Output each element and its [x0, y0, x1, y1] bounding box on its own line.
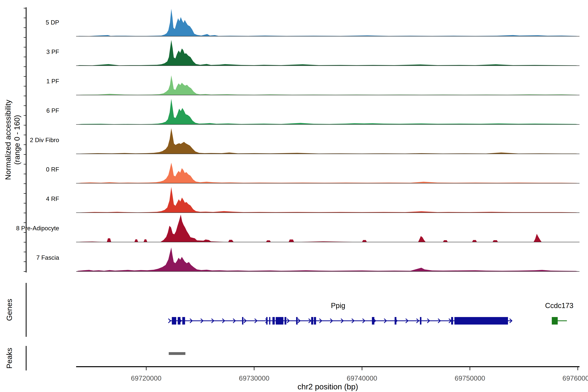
- gene-exon: [451, 317, 453, 324]
- x-tick-69760000: 69760000: [545, 374, 588, 382]
- track-area-8-pre-adipocyte: [76, 214, 580, 242]
- coverage-tracks: [76, 9, 580, 272]
- peak-interval-bar: [169, 352, 186, 355]
- gene-exon: [314, 317, 316, 324]
- gene-exon: [172, 317, 176, 324]
- x-tick-69740000: 69740000: [329, 374, 394, 382]
- gene-label-ppig: Ppig: [306, 302, 371, 310]
- y-axis-title-line1: Normalized accessibility: [4, 26, 12, 254]
- track-area-1-pf: [76, 75, 580, 95]
- gene-exon: [311, 317, 313, 324]
- gene-exon: [266, 317, 268, 324]
- gene-exon: [296, 317, 298, 324]
- track-label-7fascia: 7 Fascia: [0, 254, 59, 262]
- track-area-7-fascia: [76, 248, 580, 272]
- gene-exon: [284, 317, 286, 324]
- gene-exon: [242, 317, 243, 324]
- gene-model-ppig: [168, 317, 512, 324]
- y-axis-title-line2: (range 0 - 160): [12, 26, 22, 254]
- coverage-plot-figure: { "y_axis": { "line1": "Normalized acces…: [0, 0, 588, 392]
- track-area-3-pf: [76, 40, 580, 66]
- track-area-4-rf: [76, 187, 580, 213]
- gene-label-ccdc173: Ccdc173: [518, 302, 588, 310]
- gene-exon: [372, 317, 374, 324]
- x-tick-69750000: 69750000: [437, 374, 502, 382]
- gene-exon: [272, 317, 275, 324]
- gene-track: [168, 317, 567, 324]
- peaks-track: [169, 352, 186, 355]
- gene-exon: [269, 317, 270, 324]
- x-axis: [76, 367, 580, 370]
- gene-exon: [182, 317, 185, 324]
- gene-exon: [552, 317, 558, 324]
- x-tick-69720000: 69720000: [114, 374, 179, 382]
- x-axis-title: chr2 position (bp): [254, 382, 401, 391]
- track-area-6-pf: [76, 99, 580, 124]
- x-tick-69730000: 69730000: [222, 374, 287, 382]
- gene-strand-arrow: [168, 319, 171, 323]
- gene-exon: [178, 317, 180, 324]
- gene-exon: [420, 317, 422, 324]
- peaks-section-label: Peaks: [5, 326, 14, 391]
- y-axis-title: Normalized accessibility (range 0 - 160): [4, 26, 22, 254]
- plot-canvas: [0, 0, 588, 392]
- track-area-0-rf: [76, 163, 580, 183]
- gene-model-ccdc173: [552, 317, 567, 324]
- gene-exon: [394, 317, 396, 324]
- gene-exon: [454, 317, 508, 324]
- track-area-5-dp: [76, 9, 580, 36]
- gene-exon: [276, 317, 284, 324]
- track-area-2-div-fibro: [76, 128, 580, 154]
- track-label-5dp: 5 DP: [0, 18, 59, 26]
